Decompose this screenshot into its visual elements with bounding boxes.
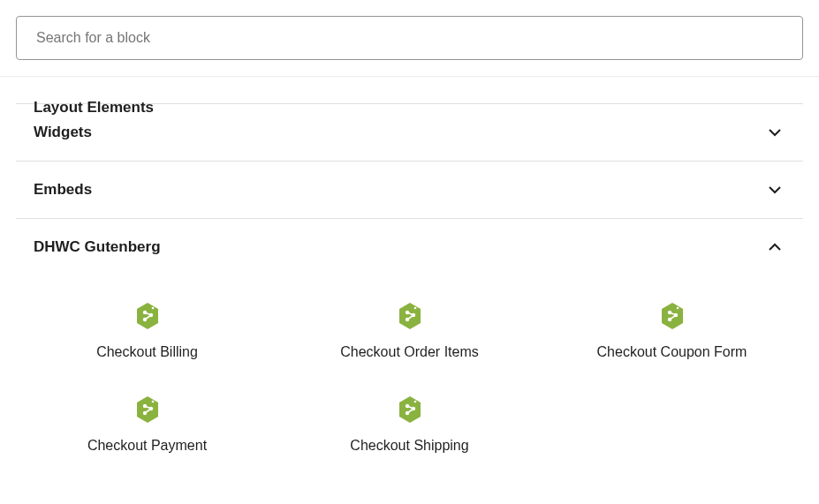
chevron-down-icon xyxy=(764,122,785,143)
header-shadow xyxy=(0,76,819,78)
block-label: Checkout Payment xyxy=(87,438,207,454)
block-label: Checkout Shipping xyxy=(350,438,468,454)
svg-point-3 xyxy=(151,307,154,310)
category-title: Embeds xyxy=(34,181,92,199)
category-title: Widgets xyxy=(34,124,92,141)
chevron-down-icon xyxy=(764,179,785,200)
hexagon-nodes-icon xyxy=(398,302,422,330)
block-label: Checkout Billing xyxy=(96,344,198,360)
chevron-up-icon xyxy=(764,237,785,258)
svg-point-21 xyxy=(151,401,154,403)
block-checkout-billing[interactable]: Checkout Billing xyxy=(16,297,278,365)
category-title: DHWC Gutenberg xyxy=(34,238,161,256)
hexagon-nodes-icon xyxy=(660,302,685,330)
svg-point-27 xyxy=(413,401,416,403)
category-dhwc-gutenberg[interactable]: DHWC Gutenberg xyxy=(16,219,803,275)
category-embeds[interactable]: Embeds xyxy=(16,162,803,218)
blocks-grid: Checkout Billing Checkout Order Items xyxy=(16,275,803,480)
block-search-input[interactable] xyxy=(16,16,803,60)
hexagon-nodes-icon xyxy=(135,395,160,424)
block-checkout-payment[interactable]: Checkout Payment xyxy=(16,390,278,459)
block-checkout-shipping[interactable]: Checkout Shipping xyxy=(278,390,541,459)
hexagon-nodes-icon xyxy=(398,395,422,424)
block-label: Checkout Coupon Form xyxy=(597,344,747,360)
svg-point-9 xyxy=(413,307,416,310)
block-checkout-coupon-form[interactable]: Checkout Coupon Form xyxy=(541,297,803,365)
block-checkout-order-items[interactable]: Checkout Order Items xyxy=(278,297,541,365)
hexagon-nodes-icon xyxy=(135,302,160,330)
block-label: Checkout Order Items xyxy=(340,344,479,360)
svg-point-15 xyxy=(676,307,679,310)
category-title-partial: Layout Elements xyxy=(34,99,154,117)
